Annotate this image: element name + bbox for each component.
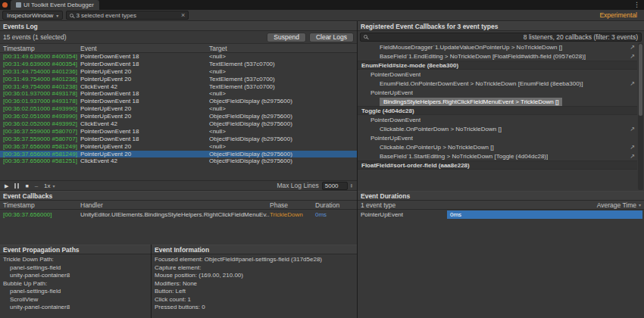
- window-menu-icon[interactable]: ⋮: [633, 2, 640, 8]
- open-source-icon[interactable]: ↗: [630, 153, 637, 160]
- tree-scrollbar-thumb[interactable]: [639, 44, 642, 116]
- open-source-icon[interactable]: ↗: [630, 53, 637, 60]
- tree-row[interactable]: EnumField.OnPointerDownEvent > NoTrickle…: [358, 79, 637, 88]
- panel-picker-dropdown[interactable]: InspectorWindow ▾: [2, 11, 63, 20]
- pause-icon[interactable]: [14, 183, 19, 189]
- tree-row[interactable]: EnumField#size-mode (8eeba300) ↗: [358, 61, 637, 70]
- column-target[interactable]: Target: [209, 45, 357, 52]
- playback-speed-dropdown[interactable]: 1x ▾: [44, 182, 55, 189]
- stepper-icon[interactable]: ▴▾: [351, 183, 352, 189]
- event-info-line-text: Modifiers: None: [155, 280, 197, 287]
- tree-row[interactable]: PointerUpEvent ↗: [358, 88, 637, 97]
- tree-scrollbar[interactable]: [638, 43, 643, 190]
- tree-row-text: BaseField`1.EndEditing > NoTrickleDown […: [380, 53, 586, 60]
- event-name: PointerDownEvent 18: [80, 61, 209, 68]
- tree-row[interactable]: PointerDownEvent ↗: [358, 70, 637, 79]
- average-time-sort-dropdown[interactable]: Average Time ▾: [597, 201, 641, 209]
- table-row[interactable]: [00:31:49.754000 #401236] PointerUpEvent…: [0, 76, 357, 83]
- table-row[interactable]: [00:36:01.937000 #493178] PointerDownEve…: [0, 98, 357, 105]
- duration-row[interactable]: PointerUpEvent 0ms: [358, 210, 644, 219]
- search-icon: [70, 14, 73, 17]
- tree-row[interactable]: BaseField`1.EndEditing > NoTrickleDown […: [358, 51, 637, 61]
- tree-row[interactable]: Toggle (4d04dc28) ↗: [358, 106, 637, 115]
- column-duration[interactable]: Duration: [315, 201, 357, 209]
- column-phase[interactable]: Phase: [270, 201, 315, 209]
- events-log-header: Events Log: [0, 21, 357, 31]
- table-row[interactable]: [00:31:49.754000 #401236] PointerUpEvent…: [0, 68, 357, 76]
- propagation-line-text: unity-panel-container8: [10, 272, 70, 279]
- event-info-line-text: Mouse position: (169.00, 210.00): [155, 272, 243, 279]
- table-row[interactable]: [00:36:37.656000 #581249] PointerUpEvent…: [0, 143, 357, 151]
- tree-row[interactable]: PointerUpEvent ↗: [358, 133, 637, 142]
- event-type-search-input[interactable]: 3 selected event types ×: [66, 11, 189, 20]
- event-info-line-text: Button: Left: [155, 288, 186, 295]
- event-name: PointerUpEvent 20: [80, 113, 209, 120]
- column-timestamp[interactable]: Timestamp: [0, 45, 80, 52]
- event-info-line-text: Pressed buttons: 0: [155, 304, 205, 310]
- tree-row-text: PointerDownEvent: [370, 117, 420, 123]
- event-target: ObjectFieldDisplay (b2975600): [209, 151, 357, 158]
- table-row[interactable]: [00:36:37.656000 #581251] ClickEvent 42 …: [0, 157, 357, 165]
- chevron-down-icon: ▾: [56, 13, 58, 18]
- event-target: ObjectFieldDisplay (b2975600): [209, 113, 357, 120]
- table-row[interactable]: [00:36:37.559000 #580707] PointerDownEve…: [0, 128, 357, 136]
- tree-row[interactable]: FieldMouseDragger`1.UpdateValueOnPointer…: [358, 42, 637, 51]
- tree-row[interactable]: PointerDownEvent ↗: [358, 115, 637, 124]
- registered-callbacks-header: Registered Event Callbacks for 3 event t…: [358, 21, 644, 31]
- table-row[interactable]: [00:31:49.639000 #400354] PointerDownEve…: [0, 61, 357, 68]
- event-info-panel: Event Information Focused element: Objec…: [152, 245, 357, 318]
- clear-search-icon[interactable]: ×: [181, 12, 185, 19]
- event-target: <null>: [209, 143, 357, 151]
- table-row[interactable]: [00:31:49.639000 #400354] PointerDownEve…: [0, 53, 357, 61]
- tab-icon: [16, 2, 21, 8]
- max-log-lines-input[interactable]: 5000: [322, 182, 348, 190]
- table-row[interactable]: [00:36:37.559000 #580707] PointerDownEve…: [0, 136, 357, 143]
- event-name: PointerUpEvent 20: [80, 143, 209, 151]
- max-log-lines-label: Max Log Lines: [277, 182, 318, 189]
- event-timestamp: [00:31:49.639000 #400354]: [0, 53, 80, 61]
- event-target: <null>: [209, 68, 357, 76]
- stop-icon[interactable]: ■: [25, 183, 28, 189]
- propagation-line-text: Bubble Up Path:: [3, 280, 47, 287]
- event-durations-title: Event Durations: [361, 192, 410, 200]
- table-row[interactable]: [00:36:02.052000 #493992] ClickEvent 42 …: [0, 120, 357, 128]
- clear-logs-button[interactable]: Clear Logs: [309, 33, 354, 42]
- table-row[interactable]: [00:36:02.051000 #493990] PointerUpEvent…: [0, 113, 357, 120]
- open-source-icon[interactable]: ↗: [630, 44, 637, 51]
- propagation-line-text: panel-settings-field: [10, 288, 61, 295]
- table-row[interactable]: [00:36:37.656000 #581249] PointerUpEvent…: [0, 151, 357, 158]
- column-timestamp[interactable]: Timestamp: [0, 201, 80, 209]
- event-timestamp: [00:36:37.656000 #581249]: [0, 143, 80, 151]
- propagation-line: Trickle Down Path:: [3, 256, 148, 264]
- tree-row-text: EnumField#size-mode (8eeba300): [361, 62, 458, 69]
- event-callbacks-title: Event Callbacks: [3, 192, 52, 200]
- open-source-icon[interactable]: ↗: [630, 126, 637, 132]
- suspend-button[interactable]: Suspend: [267, 33, 306, 42]
- open-source-icon[interactable]: ↗: [630, 80, 637, 87]
- title-bar: UI Toolkit Event Debugger ⋮: [0, 0, 644, 10]
- playback-speed-value: 1x: [44, 182, 50, 189]
- events-log-toolbar: 15 events (1 selected) Suspend Clear Log…: [0, 31, 357, 44]
- play-icon[interactable]: ▶: [5, 183, 8, 189]
- tree-row[interactable]: FloatField#sort-order-field (aaa8e228) ↗: [358, 161, 637, 170]
- table-row[interactable]: [00:36:37.656000] UnityEditor.UIElements…: [0, 210, 357, 219]
- events-log-list: [00:31:49.639000 #400354] PointerDownEve…: [0, 53, 357, 180]
- tree-row[interactable]: Clickable.OnPointerDown > NoTrickleDown …: [358, 124, 637, 133]
- event-info-title: Event Information: [155, 246, 209, 254]
- tree-row[interactable]: Clickable.OnPointerUp > NoTrickleDown []…: [358, 142, 637, 151]
- propagation-lines: Trickle Down Path: panel-settings-field …: [0, 254, 151, 313]
- tree-row[interactable]: BindingsStyleHelpers.RightClickFieldMenu…: [358, 97, 637, 106]
- column-handler[interactable]: Handler: [80, 201, 270, 209]
- table-row[interactable]: [00:36:02.051000 #493990] PointerUpEvent…: [0, 105, 357, 113]
- callbacks-search-input[interactable]: 8 listeners, 20 callbacks (filter: 3 eve…: [360, 33, 642, 42]
- propagation-panel: Event Propagation Paths Trickle Down Pat…: [0, 245, 152, 318]
- table-row[interactable]: [00:36:01.937000 #493178] PointerDownEve…: [0, 90, 357, 98]
- open-source-icon[interactable]: ↗: [630, 144, 637, 151]
- tree-row[interactable]: BaseField`1.StartEditing > NoTrickleDown…: [358, 151, 637, 161]
- durations-count-text: 1 event type: [361, 201, 395, 209]
- table-row[interactable]: [00:31:49.754000 #401238] ClickEvent 42 …: [0, 83, 357, 91]
- playback-bar: ▶ ■ – 1x ▾ Max Log Lines 5000 ▴▾: [0, 180, 357, 191]
- column-event[interactable]: Event: [80, 45, 209, 52]
- propagation-line-text: unity-panel-container8: [10, 304, 70, 310]
- tab-ui-toolkit-event-debugger[interactable]: UI Toolkit Event Debugger: [11, 0, 99, 10]
